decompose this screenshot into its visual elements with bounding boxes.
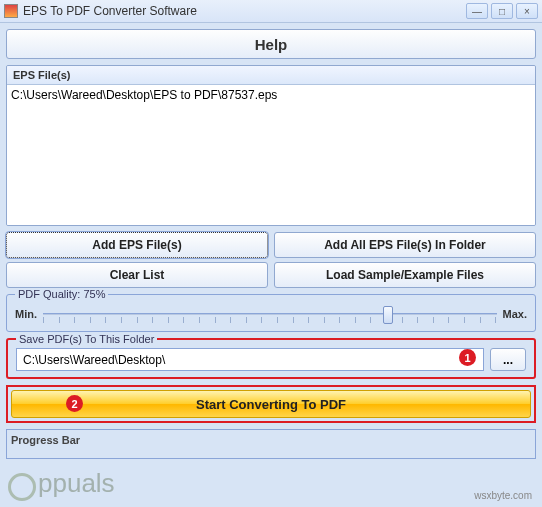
save-path-input[interactable] — [16, 348, 484, 371]
clear-list-button[interactable]: Clear List — [6, 262, 268, 288]
start-group: Start Converting To PDF 2 — [6, 385, 536, 423]
load-sample-button[interactable]: Load Sample/Example Files — [274, 262, 536, 288]
quality-label: PDF Quality: 75% — [15, 288, 108, 300]
save-folder-label: Save PDF(s) To This Folder — [16, 333, 157, 345]
help-button[interactable]: Help — [6, 29, 536, 59]
titlebar: EPS To PDF Converter Software — □ × — [0, 0, 542, 23]
slider-thumb[interactable] — [383, 306, 393, 324]
watermark-icon — [8, 473, 36, 501]
start-converting-button[interactable]: Start Converting To PDF — [11, 390, 531, 418]
quality-max-label: Max. — [503, 308, 527, 320]
maximize-button[interactable]: □ — [491, 3, 513, 19]
add-folder-button[interactable]: Add All EPS File(s) In Folder — [274, 232, 536, 258]
watermark: ppuals — [8, 468, 115, 499]
annotation-marker-1: 1 — [459, 349, 476, 366]
quality-min-label: Min. — [15, 308, 37, 320]
add-eps-button[interactable]: Add EPS File(s) — [6, 232, 268, 258]
progress-label: Progress Bar — [11, 434, 531, 446]
file-list-header: EPS File(s) — [7, 66, 535, 85]
save-folder-group: Save PDF(s) To This Folder ... 1 — [6, 338, 536, 379]
progress-group: Progress Bar — [6, 429, 536, 459]
minimize-button[interactable]: — — [466, 3, 488, 19]
quality-slider[interactable] — [43, 303, 497, 325]
list-item[interactable]: C:\Users\Wareed\Desktop\EPS to PDF\87537… — [11, 88, 531, 102]
file-list-box: EPS File(s) C:\Users\Wareed\Desktop\EPS … — [6, 65, 536, 226]
window-title: EPS To PDF Converter Software — [23, 4, 466, 18]
annotation-marker-2: 2 — [66, 395, 83, 412]
browse-button[interactable]: ... — [490, 348, 526, 371]
quality-group: PDF Quality: 75% Min. Max. — [6, 294, 536, 332]
credit-text: wsxbyte.com — [474, 490, 532, 501]
app-icon — [4, 4, 18, 18]
file-list[interactable]: C:\Users\Wareed\Desktop\EPS to PDF\87537… — [7, 85, 535, 225]
close-button[interactable]: × — [516, 3, 538, 19]
